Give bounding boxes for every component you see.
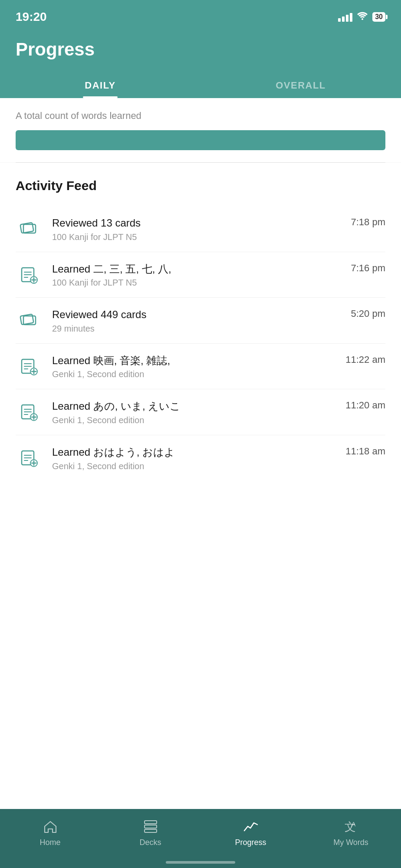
activity-time: 11:22 am bbox=[345, 353, 385, 365]
cards-icon bbox=[16, 216, 42, 242]
svg-text:A: A bbox=[352, 821, 356, 828]
home-icon bbox=[42, 818, 59, 835]
activity-time: 11:20 am bbox=[345, 399, 385, 411]
list-item: Learned 二, 三, 五, 七, 八, 100 Kanji for JLP… bbox=[16, 252, 385, 298]
list-item: Learned あの, いま, えいこ Genki 1, Second edit… bbox=[16, 389, 385, 435]
list-item: Reviewed 13 cards 100 Kanji for JLPT N5 … bbox=[16, 206, 385, 252]
learn-icon bbox=[16, 399, 42, 425]
nav-label-home: Home bbox=[39, 838, 60, 847]
signal-icon bbox=[338, 12, 352, 22]
activity-sub-text: Genki 1, Second edition bbox=[52, 415, 335, 425]
activity-time: 7:18 pm bbox=[351, 216, 386, 228]
bottom-nav: Home Decks Progress 文 A My Words bbox=[0, 809, 401, 861]
progress-icon bbox=[242, 818, 260, 835]
home-indicator bbox=[0, 861, 401, 868]
activity-main-text: Learned おはよう, おはよ bbox=[52, 445, 335, 460]
status-icons: 30 bbox=[338, 11, 385, 23]
battery-icon: 30 bbox=[372, 12, 385, 22]
tab-daily[interactable]: DAILY bbox=[0, 72, 200, 98]
learn-icon bbox=[16, 353, 42, 379]
learn-icon bbox=[16, 262, 42, 288]
home-indicator-bar bbox=[166, 861, 235, 864]
nav-label-progress: Progress bbox=[235, 838, 266, 847]
page-title: Progress bbox=[16, 39, 385, 60]
activity-content: Learned 二, 三, 五, 七, 八, 100 Kanji for JLP… bbox=[52, 262, 341, 288]
progress-bar bbox=[16, 130, 385, 150]
activity-main-text: Learned 二, 三, 五, 七, 八, bbox=[52, 262, 341, 276]
activity-content: Learned おはよう, おはよ Genki 1, Second editio… bbox=[52, 445, 335, 471]
list-item: Learned おはよう, おはよ Genki 1, Second editio… bbox=[16, 435, 385, 481]
nav-item-progress[interactable]: Progress bbox=[200, 818, 301, 847]
activity-content: Reviewed 13 cards 100 Kanji for JLPT N5 bbox=[52, 216, 341, 242]
svg-point-0 bbox=[362, 18, 363, 20]
activity-sub-text: Genki 1, Second edition bbox=[52, 369, 335, 379]
status-bar: 19:20 30 bbox=[0, 0, 401, 30]
header: Progress bbox=[0, 30, 401, 72]
status-time: 19:20 bbox=[16, 10, 47, 24]
activity-sub-text: Genki 1, Second edition bbox=[52, 461, 335, 471]
activity-main-text: Reviewed 13 cards bbox=[52, 216, 341, 230]
decks-icon bbox=[142, 818, 159, 835]
activity-feed-title: Activity Feed bbox=[16, 178, 385, 193]
nav-item-home[interactable]: Home bbox=[0, 818, 100, 847]
activity-content: Learned あの, いま, えいこ Genki 1, Second edit… bbox=[52, 399, 335, 425]
activity-content: Learned 映画, 音楽, 雑誌, Genki 1, Second edit… bbox=[52, 353, 335, 380]
svg-rect-35 bbox=[145, 829, 157, 832]
activity-time: 11:18 am bbox=[345, 445, 385, 457]
mywords-icon: 文 A bbox=[342, 818, 360, 835]
list-item: Reviewed 449 cards 29 minutes 5:20 pm bbox=[16, 298, 385, 344]
activity-main-text: Learned 映画, 音楽, 雑誌, bbox=[52, 353, 335, 368]
wifi-icon bbox=[357, 11, 368, 23]
activity-main-text: Learned あの, いま, えいこ bbox=[52, 399, 335, 414]
cards-icon bbox=[16, 307, 42, 333]
svg-rect-33 bbox=[145, 821, 157, 824]
list-item: Learned 映画, 音楽, 雑誌, Genki 1, Second edit… bbox=[16, 344, 385, 390]
learn-icon bbox=[16, 445, 42, 471]
tab-overall[interactable]: OVERALL bbox=[200, 72, 401, 98]
activity-sub-text: 100 Kanji for JLPT N5 bbox=[52, 232, 341, 242]
nav-item-decks[interactable]: Decks bbox=[100, 818, 200, 847]
nav-item-mywords[interactable]: 文 A My Words bbox=[301, 818, 401, 847]
words-label: A total count of words learned bbox=[16, 110, 385, 122]
activity-feed: Activity Feed Reviewed 13 cards 100 Kanj… bbox=[0, 163, 401, 809]
words-section: A total count of words learned bbox=[0, 98, 401, 162]
nav-label-decks: Decks bbox=[139, 838, 161, 847]
svg-rect-34 bbox=[145, 825, 157, 828]
nav-label-mywords: My Words bbox=[333, 838, 368, 847]
content-area: A total count of words learned Activity … bbox=[0, 98, 401, 809]
activity-sub-text: 29 minutes bbox=[52, 324, 341, 334]
activity-main-text: Reviewed 449 cards bbox=[52, 307, 341, 322]
activity-time: 5:20 pm bbox=[351, 307, 386, 319]
activity-time: 7:16 pm bbox=[351, 262, 386, 274]
tab-bar: DAILY OVERALL bbox=[0, 72, 401, 98]
activity-content: Reviewed 449 cards 29 minutes bbox=[52, 307, 341, 334]
activity-sub-text: 100 Kanji for JLPT N5 bbox=[52, 278, 341, 288]
